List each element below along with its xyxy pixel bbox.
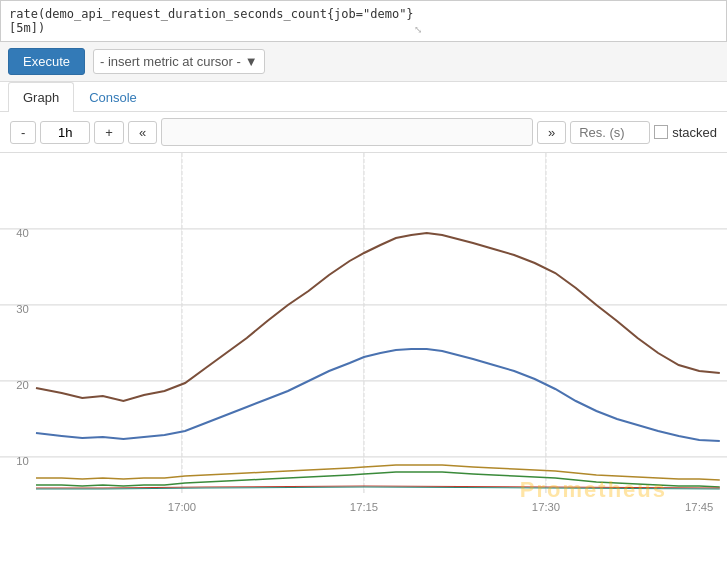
stacked-label-text: stacked (672, 125, 717, 140)
execute-button[interactable]: Execute (8, 48, 85, 75)
controls-bar: - + « » stacked (0, 112, 727, 153)
svg-text:17:00: 17:00 (168, 501, 196, 513)
toolbar: Execute - insert metric at cursor - ▼ (0, 42, 727, 82)
pan-back-button[interactable]: « (128, 121, 157, 144)
metric-placeholder-label: - insert metric at cursor - (100, 54, 241, 69)
svg-text:30: 30 (16, 303, 29, 315)
resize-handle: ⤡ (414, 24, 718, 35)
stacked-checkbox-icon (654, 125, 668, 139)
metric-selector[interactable]: - insert metric at cursor - ▼ (93, 49, 265, 74)
resolution-input[interactable] (570, 121, 650, 144)
svg-text:40: 40 (16, 227, 29, 239)
time-range-input[interactable] (40, 121, 90, 144)
svg-text:17:30: 17:30 (532, 501, 560, 513)
stacked-toggle[interactable]: stacked (654, 125, 717, 140)
chart-svg: 10 20 30 40 17:00 17:15 17:30 17:45 (0, 153, 727, 533)
svg-text:10: 10 (16, 455, 29, 467)
pan-forward-button[interactable]: » (537, 121, 566, 144)
tabs: Graph Console (0, 82, 727, 112)
chart-area: 10 20 30 40 17:00 17:15 17:30 17:45 Prom… (0, 153, 727, 533)
svg-text:20: 20 (16, 379, 29, 391)
zoom-out-button[interactable]: - (10, 121, 36, 144)
svg-text:17:45: 17:45 (685, 501, 713, 513)
query-bar[interactable]: rate(demo_api_request_duration_seconds_c… (0, 0, 727, 42)
range-slider[interactable] (161, 118, 533, 146)
query-text: rate(demo_api_request_duration_seconds_c… (9, 7, 414, 35)
svg-text:17:15: 17:15 (350, 501, 378, 513)
tab-graph[interactable]: Graph (8, 82, 74, 112)
dropdown-arrow-icon: ▼ (245, 54, 258, 69)
zoom-in-button[interactable]: + (94, 121, 124, 144)
tab-console[interactable]: Console (74, 82, 152, 112)
